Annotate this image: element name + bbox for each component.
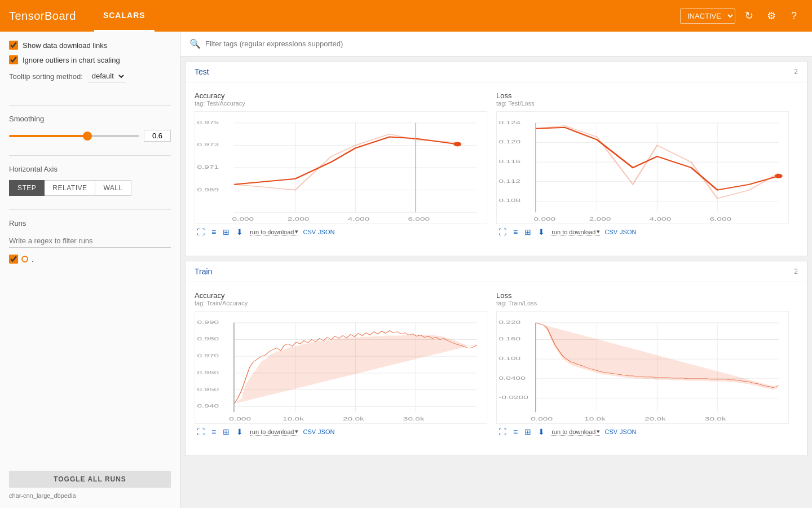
test-accuracy-toolbar: ⛶ ≡ ⊞ ⬇ run to download ▾ CSV JSON [195,226,487,238]
test-accuracy-title: Accuracy [195,91,487,100]
train-accuracy-tag: tag: Train/Accuracy [195,300,487,306]
lines-btn-3[interactable]: ≡ [209,426,218,437]
lines-btn-1[interactable]: ≡ [209,226,218,238]
test-loss-chart[interactable]: 0.124 0.120 0.116 0.112 0.108 0.000 2.00… [496,111,789,224]
divider-3 [9,209,171,210]
test-charts-row: Accuracy tag: Test/Accuracy [186,82,807,256]
refresh-button[interactable]: ↻ [740,7,758,25]
smoothing-slider[interactable] [9,135,139,137]
json-link-2[interactable]: JSON [620,229,636,235]
json-link-1[interactable]: JSON [318,229,334,235]
train-accuracy-title: Accuracy [195,291,487,300]
train-accuracy-chart[interactable]: 0.990 0.980 0.970 0.960 0.950 0.940 0.00… [195,311,487,424]
svg-text:0.124: 0.124 [498,120,520,125]
layout: Show data download links Ignore outliers… [0,32,812,508]
train-charts-row: Accuracy tag: Train/Accuracy [186,282,807,456]
zoom-btn-2[interactable]: ⊞ [522,226,533,238]
svg-text:0.112: 0.112 [498,178,520,184]
axis-relative-button[interactable]: RELATIVE [45,180,95,196]
axis-wall-button[interactable]: WALL [95,180,131,196]
train-loss-chart[interactable]: 0.220 0.160 0.100 0.0400 -0.0200 0.000 1… [496,311,789,424]
tooltip-select[interactable]: default [87,70,126,82]
svg-point-16 [453,142,461,146]
svg-text:0.950: 0.950 [197,387,219,392]
smoothing-input[interactable] [144,130,171,142]
csv-link-2[interactable]: CSV [604,229,617,235]
smoothing-section: Smoothing [9,115,171,142]
zoom-btn-1[interactable]: ⊞ [220,226,232,238]
svg-text:0.990: 0.990 [197,319,219,325]
svg-text:0.100: 0.100 [498,356,520,361]
main-content: 🔍 Test 2 Accuracy tag: Test/Accuracy [180,32,812,508]
svg-text:0.970: 0.970 [197,353,219,358]
svg-text:0.940: 0.940 [197,404,219,409]
svg-text:30.0k: 30.0k [705,416,727,422]
runs-section: Runs . [9,219,171,264]
inactive-select[interactable]: INACTIVE [680,8,735,24]
svg-text:6.000: 6.000 [709,216,731,222]
axis-buttons: STEP RELATIVE WALL [9,180,171,196]
search-icon: 🔍 [189,38,201,49]
lines-btn-4[interactable]: ≡ [511,426,520,437]
fullscreen-btn-3[interactable]: ⛶ [195,426,207,437]
csv-link-4[interactable]: CSV [604,428,617,435]
filter-input[interactable] [205,40,803,48]
axis-step-button[interactable]: STEP [9,180,45,196]
json-link-3[interactable]: JSON [318,428,334,435]
svg-text:4.000: 4.000 [650,216,672,222]
run-to-download-3[interactable]: run to download ▾ [250,428,298,436]
csv-link-1[interactable]: CSV [303,229,316,235]
ignore-outliers-checkbox[interactable] [9,55,18,64]
run-to-download-4[interactable]: run to download ▾ [551,428,600,436]
horizontal-axis-section: Horizontal Axis STEP RELATIVE WALL [9,165,171,196]
train-section-panel: Train 2 Accuracy tag: Train/Accuracy [185,261,807,456]
horizontal-axis-title: Horizontal Axis [9,165,171,173]
zoom-btn-4[interactable]: ⊞ [522,426,533,437]
run-to-download-2[interactable]: run to download ▾ [551,228,600,236]
svg-text:0.000: 0.000 [533,216,555,222]
svg-point-35 [775,174,783,178]
header: TensorBoard SCALARS INACTIVE ↻ ⚙ ? [0,0,812,32]
smoothing-title: Smoothing [9,115,171,123]
run-checkbox[interactable] [9,255,18,264]
fullscreen-btn-2[interactable]: ⛶ [496,226,509,238]
runs-filter-input[interactable] [9,234,171,248]
svg-text:0.000: 0.000 [232,216,254,222]
lines-btn-2[interactable]: ≡ [511,226,520,238]
test-accuracy-card: Accuracy tag: Test/Accuracy [195,91,496,247]
svg-text:0.160: 0.160 [498,336,520,342]
train-loss-toolbar: ⛶ ≡ ⊞ ⬇ run to download ▾ CSV JSON [496,426,789,437]
svg-text:0.971: 0.971 [197,164,219,170]
test-loss-tag: tag: Test/Loss [496,100,789,107]
show-data-checkbox[interactable] [9,41,18,50]
runs-title: Runs [9,219,171,227]
download-btn-4[interactable]: ⬇ [536,426,547,437]
svg-text:0.969: 0.969 [197,187,219,192]
test-accuracy-chart[interactable]: 0.975 0.973 0.971 0.969 0.000 2.000 4.00… [195,111,487,224]
download-btn-1[interactable]: ⬇ [234,226,245,238]
download-btn-2[interactable]: ⬇ [536,226,547,238]
nav-scalars[interactable]: SCALARS [94,0,155,32]
sidebar-footer: TOGGLE ALL RUNS char-cnn_large_dbpedia [9,462,171,499]
fullscreen-btn-1[interactable]: ⛶ [195,226,207,238]
fullscreen-btn-4[interactable]: ⛶ [496,426,509,437]
help-button[interactable]: ? [785,7,803,25]
svg-text:2.000: 2.000 [288,216,310,222]
svg-text:0.220: 0.220 [498,319,520,325]
toggle-all-button[interactable]: TOGGLE ALL RUNS [9,471,171,488]
show-data-label: Show data download links [23,41,107,50]
settings-button[interactable]: ⚙ [762,7,780,25]
svg-text:30.0k: 30.0k [403,416,425,422]
json-link-4[interactable]: JSON [620,428,636,435]
divider-2 [9,155,171,156]
run-to-download-1[interactable]: run to download ▾ [250,228,298,236]
train-accuracy-card: Accuracy tag: Train/Accuracy [195,291,496,446]
download-btn-3[interactable]: ⬇ [234,426,245,437]
run-item: . [9,255,171,264]
csv-json-2: CSV JSON [604,229,636,235]
zoom-btn-3[interactable]: ⊞ [220,426,232,437]
train-section-header: Train 2 [186,261,807,282]
csv-link-3[interactable]: CSV [303,428,316,435]
slider-value-box [144,130,171,142]
svg-text:0.108: 0.108 [498,198,520,204]
